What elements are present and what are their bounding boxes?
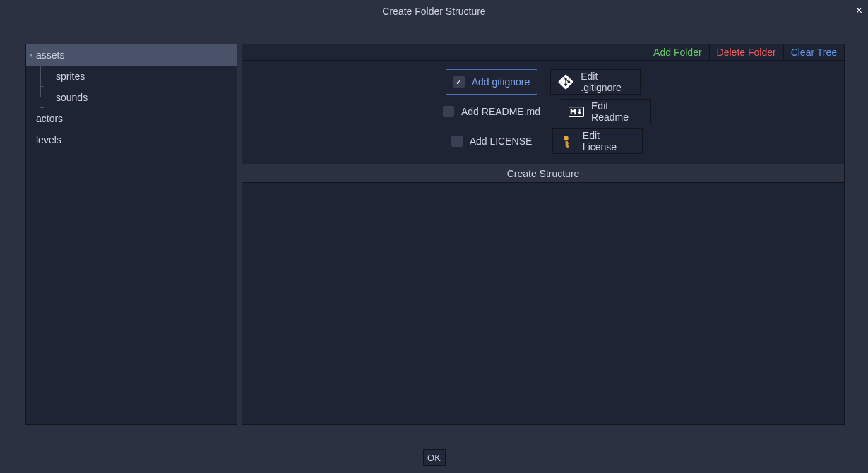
tree-item-actors[interactable]: actors	[26, 108, 237, 129]
checkbox-label: Add README.md	[461, 106, 540, 117]
tree-item-label: levels	[36, 134, 61, 145]
tree-item-levels[interactable]: levels	[26, 129, 237, 150]
folder-toolbar: Add Folder Delete Folder Clear Tree	[242, 44, 845, 61]
edit-license-button[interactable]: Edit License	[552, 128, 643, 154]
checkbox-label: Add LICENSE	[470, 136, 533, 147]
button-label: Edit License	[583, 130, 636, 152]
add-folder-button[interactable]: Add Folder	[646, 44, 708, 60]
output-area	[242, 183, 845, 425]
svg-point-1	[564, 136, 569, 141]
tree-item-assets[interactable]: ▾ assets	[26, 44, 237, 66]
dialog-title: Create Folder Structure	[382, 6, 485, 17]
option-row-license: Add LICENSE Edit License	[444, 128, 643, 154]
tree-item-label: actors	[36, 113, 63, 124]
tree-item-label: sprites	[56, 71, 85, 82]
button-label: Create Structure	[507, 168, 580, 179]
tree-item-label: sounds	[56, 92, 88, 103]
close-icon[interactable]: ×	[856, 4, 862, 17]
add-license-checkbox[interactable]: Add LICENSE	[444, 128, 540, 154]
edit-gitignore-button[interactable]: Edit .gitignore	[550, 69, 641, 95]
button-label: OK	[427, 453, 441, 463]
option-row-readme: Add README.md Edit Readme	[435, 99, 651, 124]
git-icon	[558, 74, 573, 90]
markdown-icon	[569, 104, 584, 119]
checkbox-unchecked-icon	[443, 106, 454, 117]
create-structure-button[interactable]: Create Structure	[242, 164, 845, 183]
tree-item-label: assets	[36, 49, 64, 61]
edit-readme-button[interactable]: Edit Readme	[561, 99, 651, 124]
add-readme-checkbox[interactable]: Add README.md	[435, 99, 548, 124]
button-label: Edit Readme	[591, 100, 643, 123]
option-row-gitignore: ✓ Add gitignore Edit .gitignore	[446, 69, 641, 95]
tree-item-sprites[interactable]: sprites	[26, 66, 237, 87]
tree-item-sounds[interactable]: sounds	[26, 87, 237, 108]
license-key-icon	[560, 133, 575, 149]
ok-button[interactable]: OK	[423, 449, 446, 466]
checkbox-label: Add gitignore	[472, 76, 530, 88]
clear-tree-button[interactable]: Clear Tree	[783, 44, 844, 60]
checkbox-checked-icon: ✓	[453, 76, 465, 88]
checkbox-unchecked-icon	[451, 136, 463, 147]
add-gitignore-checkbox[interactable]: ✓ Add gitignore	[446, 69, 538, 95]
chevron-down-icon: ▾	[26, 52, 36, 59]
button-label: Edit .gitignore	[581, 71, 633, 93]
folder-tree[interactable]: ▾ assets sprites sounds actors levels	[25, 44, 237, 425]
delete-folder-button[interactable]: Delete Folder	[709, 44, 783, 60]
options-panel: ✓ Add gitignore Edit .gitignore Add READ…	[242, 61, 845, 164]
